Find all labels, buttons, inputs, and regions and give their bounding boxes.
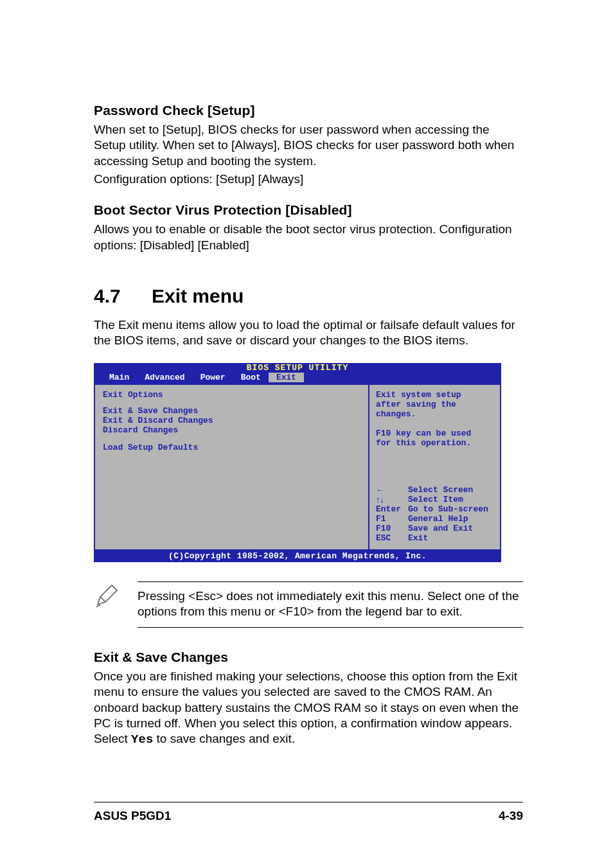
password-check-options: Configuration options: [Setup] [Always]	[94, 172, 523, 187]
note-text: Pressing <Esc> does not immediately exit…	[138, 589, 523, 620]
bios-tab-exit: Exit	[269, 373, 304, 382]
bios-legend-label: Select Item	[408, 495, 463, 504]
password-check-heading: Password Check [Setup]	[94, 103, 523, 118]
pencil-icon	[94, 583, 121, 611]
bios-menu-discard: Discard Changes	[103, 425, 360, 435]
bios-tab-bar: Main Advanced Power Boot Exit	[94, 373, 501, 384]
bios-legend-row: F10 Save and Exit	[376, 524, 495, 533]
exit-save-heading: Exit & Save Changes	[94, 650, 523, 665]
bios-left-panel: Exit Options Exit & Save Changes Exit & …	[94, 384, 368, 551]
bios-legend-label: Exit	[408, 533, 428, 543]
bios-legend-key-f10: F10	[376, 524, 408, 533]
bios-screenshot: BIOS SETUP UTILITY Main Advanced Power B…	[94, 363, 501, 562]
bios-legend-key-enter: Enter	[376, 504, 408, 514]
exit-menu-intro: The Exit menu items allow you to load th…	[94, 317, 523, 349]
bios-legend-label: Go to Sub-screen	[408, 504, 488, 514]
bios-legend-key-f1: F1	[376, 514, 408, 524]
yes-label: Yes	[131, 732, 153, 747]
boot-sector-heading: Boot Sector Virus Protection [Disabled]	[94, 202, 523, 218]
bios-help-text: Exit system setup after saving the chang…	[376, 390, 495, 448]
password-check-body: When set to [Setup], BIOS checks for use…	[94, 122, 523, 169]
bios-help-line: Exit system setup	[376, 390, 495, 400]
bios-legend-row: ← Select Screen	[376, 485, 495, 495]
updown-arrow-icon: ↑↓	[376, 495, 408, 504]
bios-exit-options-label: Exit Options	[103, 390, 360, 400]
bios-title: BIOS SETUP UTILITY	[94, 363, 501, 373]
page-footer: ASUS P5GD1 4-39	[94, 802, 523, 823]
bios-legend-row: F1 General Help	[376, 514, 495, 524]
bios-legend-row: Enter Go to Sub-screen	[376, 504, 495, 514]
exit-save-body: Once you are finished making your select…	[94, 669, 523, 748]
section-number: 4.7	[94, 285, 152, 307]
bios-tab-power: Power	[193, 373, 233, 382]
bios-legend: ← Select Screen ↑↓ Select Item Enter Go …	[376, 485, 495, 543]
bios-legend-key-esc: ESC	[376, 533, 408, 543]
exit-menu-heading: 4.7Exit menu	[94, 285, 523, 307]
section-title: Exit menu	[152, 285, 244, 306]
bios-help-line: for this operation.	[376, 438, 495, 448]
bios-tab-main: Main	[102, 373, 137, 382]
bios-menu-load-defaults: Load Setup Defaults	[103, 443, 360, 452]
bios-menu-exit-discard: Exit & Discard Changes	[103, 416, 360, 425]
bios-menu-exit-save: Exit & Save Changes	[103, 406, 360, 416]
bios-legend-label: Save and Exit	[408, 524, 473, 533]
bios-tab-boot: Boot	[233, 373, 269, 382]
bios-legend-row: ↑↓ Select Item	[376, 495, 495, 504]
note-block: Pressing <Esc> does not immediately exit…	[94, 581, 523, 628]
left-arrow-icon: ←	[376, 485, 408, 495]
bios-help-line: changes.	[376, 409, 495, 419]
bios-copyright: (C)Copyright 1985-2002, American Megatre…	[94, 551, 501, 562]
footer-page-number: 4-39	[499, 809, 523, 823]
bios-legend-label: Select Screen	[408, 485, 473, 495]
bios-help-line: after saving the	[376, 400, 495, 409]
bios-right-panel: Exit system setup after saving the chang…	[368, 384, 501, 551]
bios-help-line: F10 key can be used	[376, 429, 495, 438]
boot-sector-body: Allows you to enable or disable the boot…	[94, 222, 523, 253]
footer-product: ASUS P5GD1	[94, 809, 171, 823]
exit-save-body-b: to save changes and exit.	[153, 732, 295, 745]
bios-legend-row: ESC Exit	[376, 533, 495, 543]
bios-tab-advanced: Advanced	[137, 373, 192, 382]
bios-legend-label: General Help	[408, 514, 468, 524]
